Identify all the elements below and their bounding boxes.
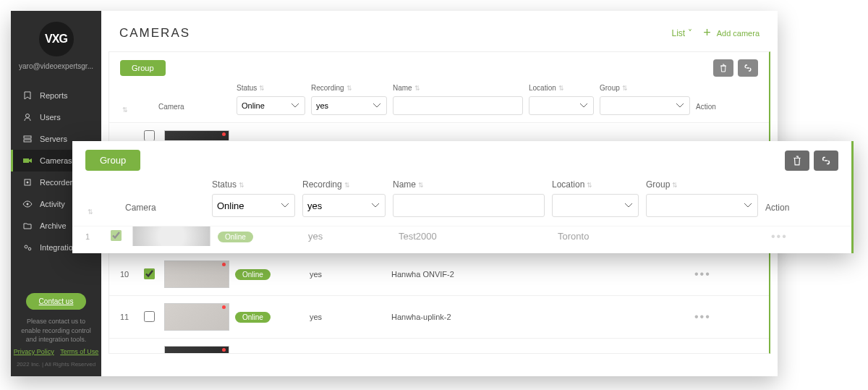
sidebar-item-users[interactable]: Users (11, 106, 101, 128)
plus-icon: + (703, 25, 711, 41)
video-icon (22, 156, 33, 166)
table-toolbar: Group (109, 52, 769, 84)
footer-links: Privacy Policy Terms of Use (12, 348, 101, 355)
status-badge: Online (235, 312, 271, 323)
group-filter[interactable] (600, 96, 690, 115)
row-actions-button[interactable]: ••• (694, 310, 711, 323)
privacy-link[interactable]: Privacy Policy (14, 348, 54, 355)
row-checkbox[interactable] (111, 230, 122, 241)
column-action: Action (765, 203, 809, 213)
row-actions-button[interactable]: ••• (694, 268, 711, 280)
recording-filter[interactable]: yes (302, 194, 386, 217)
sort-icon[interactable]: ⇅ (587, 182, 592, 189)
sort-icon[interactable]: ⇅ (239, 182, 244, 189)
svg-point-0 (26, 114, 30, 118)
svg-point-5 (27, 182, 29, 184)
sort-icon[interactable]: ⇅ (414, 85, 420, 92)
sort-icon[interactable]: ⇅ (344, 182, 350, 189)
status-filter[interactable]: Online (237, 96, 305, 115)
name-filter[interactable] (393, 96, 523, 115)
cell-recording: yes (310, 270, 386, 279)
column-name: Name (393, 84, 412, 92)
copyright: 2022 Inc. | All Rights Reserved (17, 361, 95, 368)
table-row (109, 338, 769, 353)
sort-icon[interactable]: ⇅ (418, 182, 424, 189)
user-icon (22, 112, 33, 122)
cell-recording: yes (310, 313, 386, 321)
row-index: 10 (120, 270, 138, 279)
overlay-filter-row: ⇅ Camera Status⇅Online Recording⇅yes Nam… (72, 179, 851, 226)
group-filter[interactable] (646, 194, 758, 217)
group-button[interactable]: Group (120, 60, 166, 76)
row-index: 11 (120, 313, 138, 321)
sidebar-item-label: Archive (40, 221, 67, 230)
row-actions-button[interactable]: ••• (771, 230, 788, 242)
table-row: 10 Online yes Hanwha ONVIF-2 ••• (109, 253, 769, 295)
row-checkbox[interactable] (144, 311, 155, 322)
camera-thumbnail[interactable] (164, 346, 229, 353)
cell-name: Hanwha-uplink-2 (391, 313, 522, 321)
table-row: 1 Online yes Test2000 Toronto ••• (72, 226, 851, 246)
delete-button[interactable] (713, 59, 733, 77)
name-filter[interactable] (393, 194, 545, 217)
server-icon (22, 134, 33, 144)
svg-point-6 (27, 203, 29, 205)
sort-icon[interactable]: ⇅ (88, 208, 93, 216)
column-status: Status (212, 179, 237, 190)
column-name: Name (393, 179, 416, 190)
sidebar-item-label: Cameras (40, 156, 72, 165)
group-button[interactable]: Group (85, 150, 140, 171)
camera-thumbnail[interactable] (164, 260, 229, 288)
status-badge: Online (235, 269, 271, 280)
delete-button[interactable] (785, 151, 809, 171)
add-camera-button[interactable]: + Add camera (703, 25, 760, 41)
column-recording: Recording (311, 84, 344, 92)
chevron-down-icon: ˅ (688, 28, 692, 38)
brand-logo: VXG (39, 22, 74, 56)
sidebar-item-reports[interactable]: Reports (11, 85, 101, 106)
page-header: CAMERAS List ˅ + Add camera (101, 11, 778, 51)
view-toggle[interactable]: List ˅ (671, 28, 692, 38)
column-camera: Camera (125, 203, 205, 213)
svg-rect-2 (24, 140, 31, 142)
row-checkbox[interactable] (144, 268, 155, 279)
sort-icon[interactable]: ⇅ (672, 182, 678, 189)
recording-filter[interactable]: yes (311, 96, 387, 115)
table-row: 11 Online yes Hanwha-uplink-2 ••• (109, 295, 769, 338)
status-filter[interactable]: Online (212, 194, 295, 217)
location-filter[interactable] (529, 96, 594, 115)
filter-row: ⇅ Camera Status⇅Online Recording⇅yes Nam… (109, 84, 769, 122)
column-location: Location (529, 84, 556, 92)
sort-icon[interactable]: ⇅ (259, 85, 265, 92)
column-camera: Camera (158, 103, 231, 111)
column-action: Action (696, 103, 736, 111)
gears-icon (22, 242, 33, 253)
row-index: 1 (85, 232, 103, 241)
camera-thumbnail[interactable] (164, 130, 229, 140)
camera-thumbnail[interactable] (164, 303, 229, 331)
cell-name: Hanwha ONVIF-2 (391, 270, 522, 279)
terms-link[interactable]: Terms of Use (60, 348, 98, 355)
column-recording: Recording (302, 179, 342, 190)
link-button[interactable] (738, 59, 758, 77)
header-actions: List ˅ + Add camera (671, 25, 760, 41)
location-filter[interactable] (552, 194, 639, 217)
page-title: CAMERAS (119, 26, 190, 41)
contact-us-button[interactable]: Contact us (26, 293, 87, 310)
cell-name: Test2000 (399, 231, 550, 242)
link-button[interactable] (814, 151, 838, 171)
sort-icon[interactable]: ⇅ (622, 85, 628, 92)
add-label: Add camera (717, 29, 760, 38)
column-group: Group (646, 179, 670, 190)
sort-icon[interactable]: ⇅ (558, 85, 564, 92)
camera-thumbnail[interactable] (132, 226, 210, 246)
sort-icon[interactable]: ⇅ (122, 106, 128, 114)
folder-icon (22, 221, 33, 231)
row-checkbox[interactable] (144, 130, 155, 140)
footer-note: Please contact us to enable recording co… (11, 317, 101, 348)
cell-recording: yes (308, 231, 391, 242)
status-badge: Online (218, 232, 253, 242)
svg-point-8 (28, 247, 31, 250)
sort-icon[interactable]: ⇅ (346, 85, 352, 92)
column-location: Location (552, 179, 584, 190)
